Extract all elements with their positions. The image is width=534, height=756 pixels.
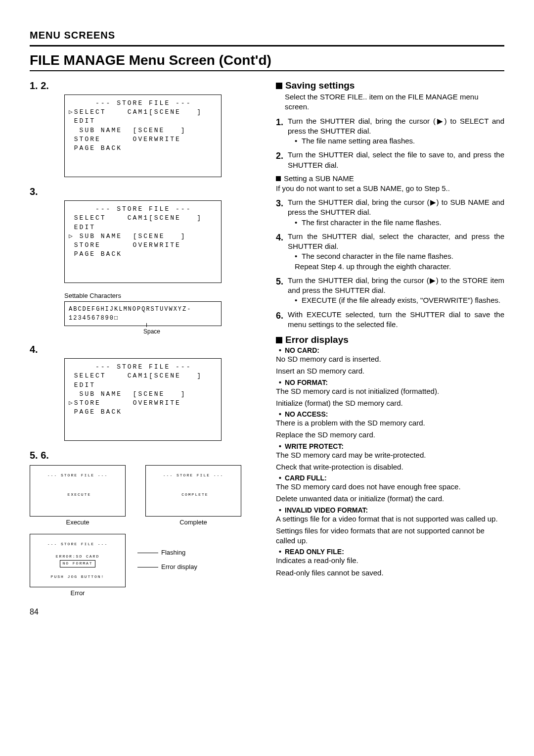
square-bullet-icon	[276, 337, 282, 343]
step-text: Turn the SHUTTER dial, bring the cursor …	[288, 198, 504, 216]
complete-box: --- STORE FILE --- COMPLETE	[145, 465, 241, 516]
error-box-wrap: --- STORE FILE --- ERROR:SD CARD NO FORM…	[30, 534, 126, 597]
step-number: 1.	[276, 116, 283, 128]
execute-caption: Execute	[66, 519, 89, 526]
step-text: Turn the SHUTTER dial, bring the cursor …	[288, 276, 504, 294]
step-5-6-label: 5. 6.	[30, 450, 258, 461]
error-label: NO FORMAT:	[276, 378, 504, 386]
error-read-only-file: READ ONLY FILE: Indicates a read-only fi…	[276, 548, 504, 578]
error-row: --- STORE FILE --- ERROR:SD CARD NO FORM…	[30, 534, 258, 597]
error-label: NO CARD:	[276, 346, 504, 354]
step-number: 6.	[276, 310, 283, 322]
step-text: With EXECUTE selected, turn the SHUTTER …	[288, 310, 504, 329]
error-displays-heading: Error displays	[276, 334, 504, 345]
page-number: 84	[30, 608, 504, 616]
step-1: 1. Turn the SHUTTER dial, bring the curs…	[276, 116, 504, 146]
execute-wrap: --- STORE FILE --- EXECUTE Execute	[30, 465, 126, 525]
step-number: 4.	[276, 232, 283, 243]
error-box-push: PUSH JOG BUTTON!	[51, 574, 105, 579]
error-no-format: NO FORMAT: The SD memory card is not ini…	[276, 378, 504, 409]
step-4-label: 4.	[30, 344, 258, 355]
section-header: MENU SCREENS	[30, 30, 504, 41]
error-no-access: NO ACCESS: There is a problem with the S…	[276, 410, 504, 440]
step-5: 5. Turn the SHUTTER dial, bring the curs…	[276, 276, 504, 306]
step-6: 6. With EXECUTE selected, turn the SHUTT…	[276, 310, 504, 330]
error-display-annotation: Error display	[137, 563, 197, 570]
space-label: Space	[143, 328, 160, 335]
error-box: --- STORE FILE --- ERROR:SD CARD NO FORM…	[30, 534, 126, 588]
error-line: Replace the SD memory card.	[276, 430, 504, 440]
error-line: Initialize (format) the SD memory card.	[276, 398, 504, 408]
menu-box-subname: --- STORE FILE --- SELECT CAM1[SCENE ] E…	[64, 200, 222, 283]
error-line: Delete unwanted data or initialize (form…	[276, 494, 504, 504]
step-text: Turn the SHUTTER dial, select the file t…	[288, 150, 504, 169]
step-number: 3.	[276, 197, 283, 209]
error-line: The SD memory card is not initialized (f…	[276, 386, 504, 396]
error-label: INVALID VIDEO FORMAT:	[276, 506, 504, 514]
complete-wrap: --- STORE FILE --- COMPLETE Complete	[145, 465, 241, 525]
step-bullet: EXECUTE (if the file already exists, "OV…	[288, 295, 504, 305]
space-annotation: Space	[143, 328, 258, 335]
rule-top	[30, 45, 504, 47]
error-box-line: ERROR:SD CARD	[56, 554, 99, 559]
step-1-2-label: 1. 2.	[30, 80, 258, 92]
page-title: FILE MANAGE Menu Screen (Cont'd)	[30, 52, 504, 68]
error-box-boxed: NO FORMAT	[60, 560, 95, 567]
execute-box: --- STORE FILE --- EXECUTE	[30, 465, 126, 516]
error-line: The SD memory card may be write-protecte…	[276, 450, 504, 460]
step-3-label: 3.	[30, 186, 258, 197]
error-card-full: CARD FULL: The SD memory card does not h…	[276, 474, 504, 504]
error-line: There is a problem with the SD memory ca…	[276, 418, 504, 428]
error-write-protect: WRITE PROTECT: The SD memory card may be…	[276, 442, 504, 472]
step-repeat-note: Repeat Step 4. up through the eighth cha…	[288, 262, 504, 272]
rule-under-title	[30, 70, 504, 71]
menu-box-select: --- STORE FILE --- ▷SELECT CAM1[SCENE ] …	[64, 94, 222, 177]
leader-line	[137, 553, 158, 553]
left-column: 1. 2. --- STORE FILE --- ▷SELECT CAM1[SC…	[30, 80, 258, 599]
step-number: 2.	[276, 150, 283, 162]
step-text: Turn the SHUTTER dial, select the charac…	[288, 232, 504, 250]
flashing-annotation: Flashing	[137, 549, 197, 556]
space-tick	[146, 323, 147, 327]
step-bullet: The second character in the file name fl…	[288, 251, 504, 261]
error-line: The SD memory card does not have enough …	[276, 482, 504, 492]
error-line: Insert an SD memory card.	[276, 366, 504, 376]
settable-characters-label: Settable Characters	[64, 292, 258, 299]
step-4: 4. Turn the SHUTTER dial, select the cha…	[276, 232, 504, 272]
error-line: Indicates a read-only file.	[276, 556, 504, 566]
error-line: Check that write-protection is disabled.	[276, 462, 504, 472]
right-column: Saving settings Select the STORE FILE.. …	[276, 80, 504, 599]
step-bullet: The file name setting area flashes.	[288, 136, 504, 146]
settable-characters-box: ABCDEFGHIJKLMNOPQRSTUVWXYZ- 1234567890□	[64, 301, 222, 326]
step-number: 5.	[276, 276, 283, 287]
sub-name-heading: Setting a SUB NAME	[276, 174, 504, 183]
square-bullet-icon	[276, 83, 282, 89]
step-2: 2. Turn the SHUTTER dial, select the fil…	[276, 150, 504, 170]
error-invalid-video-format: INVALID VIDEO FORMAT: A settings file fo…	[276, 506, 504, 546]
error-label: WRITE PROTECT:	[276, 442, 504, 450]
error-line: No SD memory card is inserted.	[276, 354, 504, 364]
page: MENU SCREENS FILE MANAGE Menu Screen (Co…	[0, 0, 534, 631]
error-label: CARD FULL:	[276, 474, 504, 482]
saving-settings-heading: Saving settings	[276, 80, 504, 91]
error-label: NO ACCESS:	[276, 410, 504, 418]
step-3: 3. Turn the SHUTTER dial, bring the curs…	[276, 197, 504, 228]
error-caption: Error	[71, 589, 85, 597]
execute-complete-row: --- STORE FILE --- EXECUTE Execute --- S…	[30, 465, 258, 525]
error-line: Settings files for video formats that ar…	[276, 526, 504, 546]
error-label: READ ONLY FILE:	[276, 548, 504, 556]
leader-line	[137, 567, 158, 567]
error-line: A settings file for a video format that …	[276, 514, 504, 524]
complete-caption: Complete	[179, 519, 207, 526]
error-line: Read-only files cannot be saved.	[276, 568, 504, 578]
step-text: Turn the SHUTTER dial, bring the cursor …	[288, 117, 504, 135]
error-annotations: Flashing Error display	[137, 534, 197, 570]
step-bullet: The first character in the file name fla…	[288, 218, 504, 228]
square-bullet-icon	[276, 176, 281, 181]
sub-name-note: If you do not want to set a SUB NAME, go…	[276, 184, 504, 193]
two-columns: 1. 2. --- STORE FILE --- ▷SELECT CAM1[SC…	[30, 80, 504, 599]
error-box-title: --- STORE FILE ---	[47, 542, 108, 546]
error-no-card: NO CARD: No SD memory card is inserted. …	[276, 346, 504, 377]
saving-intro: Select the STORE FILE.. item on the FILE…	[285, 92, 504, 112]
menu-box-store: --- STORE FILE --- SELECT CAM1[SCENE ] E…	[64, 358, 222, 441]
